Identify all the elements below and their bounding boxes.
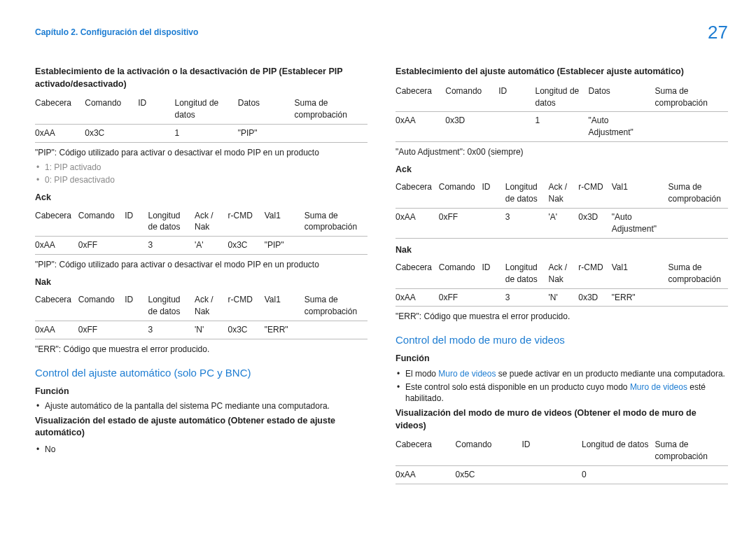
td (482, 208, 505, 238)
table-auto-set: Cabecera Comando ID Longitud de datos Da… (396, 83, 728, 142)
td: 0xFF (439, 208, 482, 238)
td: 0x3D (578, 208, 612, 238)
section-title: Establecimiento de la activación o la de… (35, 66, 368, 90)
th: Suma de comprobación (668, 178, 729, 208)
th: ID (482, 259, 505, 288)
th: Longitud de datos (505, 178, 549, 208)
subheading: Ack (35, 192, 368, 204)
td: 0xFF (439, 288, 482, 307)
bullet-list: 1: PIP activado 0: PIP desactivado (35, 162, 368, 187)
td: 3 (505, 288, 549, 307)
th: Longitud de datos (536, 83, 589, 112)
table-pip-ack: Cabecera Comando ID Longitud de datos Ac… (35, 207, 368, 255)
td: "Auto Adjustment" (589, 112, 655, 142)
td: 0xAA (35, 124, 85, 142)
th: Suma de comprobación (655, 83, 729, 112)
td (125, 237, 148, 255)
heading-blue: Control del ajuste automático (solo PC y… (35, 365, 368, 380)
left-column: Establecimiento de la activación o la de… (35, 63, 368, 488)
table-auto-nak: Cabecera Comando ID Longitud de datos Ac… (396, 259, 728, 307)
table-pip-nak: Cabecera Comando ID Longitud de datos Ac… (35, 291, 368, 339)
blue-term: Muro de videos (630, 382, 687, 392)
td (138, 124, 174, 142)
right-column: Establecimiento del ajuste automático (E… (396, 63, 728, 488)
th: Longitud de datos (148, 207, 195, 237)
th: Cabecera (396, 436, 456, 465)
td (295, 124, 368, 142)
td (482, 288, 505, 307)
td: 0x5C (456, 465, 522, 484)
td: 3 (148, 321, 195, 339)
table-auto-ack: Cabecera Comando ID Longitud de datos Ac… (396, 178, 728, 238)
th: Val1 (612, 178, 668, 208)
td: 'N' (195, 321, 228, 339)
td (304, 321, 368, 339)
td: 0x3D (445, 112, 498, 142)
td: 3 (148, 237, 195, 255)
td: "ERR" (265, 321, 304, 339)
th: ID (138, 94, 174, 124)
th: r-CMD (578, 259, 612, 288)
text-part: Este control solo está disponible en un … (405, 382, 630, 392)
th: Datos (589, 83, 655, 112)
content-columns: Establecimiento de la activación o la de… (35, 63, 728, 488)
list-item: El modo Muro de videos se puede activar … (396, 368, 728, 380)
td (668, 288, 729, 307)
td: 0x3C (228, 321, 265, 339)
note-text: "PIP": Código utilizado para activar o d… (35, 259, 368, 271)
td: 'A' (549, 208, 579, 238)
note-text: "Auto Adjustment": 0x00 (siempre) (396, 146, 728, 158)
td: 0xFF (78, 321, 125, 339)
td: 1 (175, 124, 238, 142)
table-pip-set: Cabecera Comando ID Longitud de datos Da… (35, 94, 368, 142)
text-part: se puede activar en un producto mediante… (496, 369, 725, 379)
th: Longitud de datos (175, 94, 238, 124)
td: "Auto Adjustment" (612, 208, 668, 238)
td (668, 208, 729, 238)
blue-term: Muro de videos (438, 369, 496, 379)
th: Comando (439, 259, 482, 288)
td: 0 (582, 465, 655, 484)
td: 0xFF (78, 237, 125, 255)
list-item: 0: PIP desactivado (35, 174, 368, 186)
subheading: Función (396, 353, 728, 365)
td: "ERR" (612, 288, 668, 307)
td (655, 465, 729, 484)
th: r-CMD (228, 207, 265, 237)
section-title: Establecimiento del ajuste automático (E… (396, 66, 728, 78)
th: ID (522, 436, 582, 465)
th: Cabecera (35, 207, 78, 237)
th: Cabecera (396, 259, 439, 288)
th: Cabecera (396, 83, 445, 112)
bullet-list: El modo Muro de videos se puede activar … (396, 368, 728, 405)
th: Cabecera (35, 94, 85, 124)
list-item: Ajuste automático de la pantalla del sis… (35, 400, 368, 412)
td: 0xAA (35, 321, 78, 339)
th: Cabecera (35, 291, 78, 321)
subheading: Ack (396, 164, 728, 176)
subheading: Nak (35, 276, 368, 289)
section-title: Visualización del modo de muro de videos… (396, 407, 728, 432)
list-item: No (35, 444, 368, 456)
th: Val1 (612, 259, 668, 288)
td: "PIP" (265, 237, 304, 255)
note-text: "ERR": Código que muestra el error produ… (396, 311, 728, 323)
bullet-list: Ajuste automático de la pantalla del sis… (35, 400, 368, 412)
page-header: Capítulo 2. Configuración del dispositiv… (35, 20, 728, 45)
section-title: Visualización del estado de ajuste autom… (35, 415, 368, 440)
list-item: 1: PIP activado (35, 162, 368, 174)
table-wall-get: Cabecera Comando ID Longitud de datos Su… (396, 436, 728, 484)
th: r-CMD (578, 178, 612, 208)
td: 0x3C (85, 124, 138, 142)
td: 0xAA (396, 288, 439, 307)
td (655, 112, 729, 142)
td: 0xAA (396, 112, 445, 142)
th: Ack / Nak (195, 207, 228, 237)
list-item: Este control solo está disponible en un … (396, 381, 728, 405)
text-part: El modo (405, 369, 438, 379)
page-number: 27 (708, 20, 728, 45)
heading-blue: Control del modo de muro de videos (396, 332, 728, 347)
th: Val1 (265, 291, 304, 321)
th: ID (482, 178, 505, 208)
td: 'N' (549, 288, 579, 307)
